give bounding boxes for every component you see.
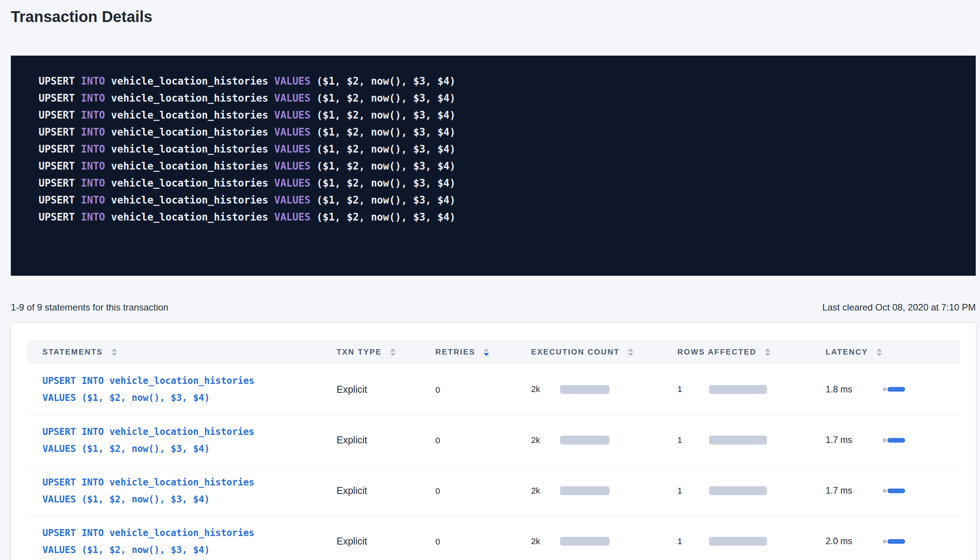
sql-token-plain: vehicle_location_histories <box>105 109 274 121</box>
sql-statement-line: UPSERT INTO vehicle_location_histories V… <box>39 73 957 90</box>
latency-bar <box>883 539 905 544</box>
latency-min-dot <box>883 387 887 391</box>
sql-token-plain: UPSERT <box>39 109 81 121</box>
statement-line-1: UPSERT INTO vehicle_location_histories <box>42 423 321 440</box>
execution-count-bar <box>560 436 609 445</box>
sql-token-plain: ($1, $2, now(), $3, $4) <box>310 109 455 121</box>
sort-icon[interactable] <box>112 348 117 356</box>
sql-token-keyword: VALUES <box>274 160 311 172</box>
rows-affected-bar <box>709 537 767 546</box>
execution-count-bar <box>560 385 609 394</box>
sql-token-plain: vehicle_location_histories <box>105 160 274 172</box>
statement-line-2: VALUES ($1, $2, now(), $3, $4) <box>42 541 321 558</box>
sort-icon-active[interactable] <box>484 348 489 356</box>
column-label-txn-type[interactable]: TXN TYPE <box>337 348 382 356</box>
sql-token-plain: ($1, $2, now(), $3, $4) <box>310 194 455 206</box>
sql-token-keyword: VALUES <box>274 92 311 104</box>
sql-token-plain: vehicle_location_histories <box>105 211 274 223</box>
sql-token-plain: ($1, $2, now(), $3, $4) <box>310 160 455 172</box>
latency-range-bar <box>887 438 905 443</box>
sql-token-keyword: VALUES <box>274 211 311 223</box>
sql-token-keyword: INTO <box>81 75 105 87</box>
sql-token-plain: vehicle_location_histories <box>105 194 274 206</box>
txn-type-value: Explicit <box>337 434 367 445</box>
rows-affected-value: 1 <box>677 536 709 546</box>
sql-token-keyword: INTO <box>81 109 105 121</box>
sql-token-plain: UPSERT <box>39 211 81 223</box>
retries-value: 0 <box>435 385 440 395</box>
latency-range-bar <box>887 489 905 493</box>
statement-link[interactable]: UPSERT INTO vehicle_location_histories V… <box>42 372 321 406</box>
execution-count-value: 2k <box>531 536 560 546</box>
sql-token-plain: ($1, $2, now(), $3, $4) <box>310 75 455 87</box>
latency-min-dot <box>883 438 887 442</box>
last-cleared-label: Last cleared Oct 08, 2020 at 7:10 PM <box>822 302 976 313</box>
statement-row: UPSERT INTO vehicle_location_histories V… <box>27 465 960 516</box>
sort-icon[interactable] <box>390 348 396 356</box>
statement-row: UPSERT INTO vehicle_location_histories V… <box>27 415 960 465</box>
column-header-rows-affected[interactable]: ROWS AFFECTED <box>662 340 810 364</box>
latency-bar <box>883 489 905 493</box>
txn-type-value: Explicit <box>337 536 367 546</box>
sql-token-keyword: VALUES <box>274 177 311 189</box>
sql-token-plain: UPSERT <box>39 177 81 189</box>
column-header-txn-type[interactable]: TXN TYPE <box>321 340 420 364</box>
column-header-statements[interactable]: STATEMENTS <box>27 340 321 364</box>
statement-row: UPSERT INTO vehicle_location_histories V… <box>27 364 960 415</box>
execution-count-value: 2k <box>531 384 560 394</box>
sql-statement-line: UPSERT INTO vehicle_location_histories V… <box>39 175 957 192</box>
execution-count-bar <box>560 537 609 546</box>
sql-statement-line: UPSERT INTO vehicle_location_histories V… <box>39 107 957 124</box>
statement-link[interactable]: UPSERT INTO vehicle_location_histories V… <box>42 524 321 558</box>
rows-affected-bar <box>709 436 767 445</box>
statement-link[interactable]: UPSERT INTO vehicle_location_histories V… <box>42 474 321 508</box>
latency-range-bar <box>887 387 905 392</box>
latency-min-dot <box>883 540 887 543</box>
sql-token-keyword: VALUES <box>274 194 311 206</box>
sort-icon[interactable] <box>765 348 770 356</box>
rows-affected-bar <box>709 385 767 394</box>
execution-count-value: 2k <box>531 486 560 496</box>
sort-icon[interactable] <box>877 348 882 356</box>
txn-type-value: Explicit <box>337 485 367 496</box>
table-caption-row: 1-9 of 9 statements for this transaction… <box>11 302 976 313</box>
column-label-rows-affected[interactable]: ROWS AFFECTED <box>677 348 757 356</box>
sql-token-plain: UPSERT <box>39 75 81 87</box>
statement-line-2: VALUES ($1, $2, now(), $3, $4) <box>42 440 321 457</box>
sort-icon[interactable] <box>628 348 633 356</box>
sql-token-plain: ($1, $2, now(), $3, $4) <box>310 177 455 189</box>
retries-value: 0 <box>435 486 440 496</box>
transaction-details-page: Transaction Details UPSERT INTO vehicle_… <box>0 8 980 560</box>
sql-token-keyword: VALUES <box>274 109 311 121</box>
statements-table-body: UPSERT INTO vehicle_location_histories V… <box>27 364 960 560</box>
column-label-retries[interactable]: RETRIES <box>435 348 475 356</box>
latency-bar <box>883 438 905 443</box>
sql-statement-line: UPSERT INTO vehicle_location_histories V… <box>39 124 957 141</box>
sql-statements-box: UPSERT INTO vehicle_location_histories V… <box>11 56 976 276</box>
sql-token-plain: UPSERT <box>39 143 81 155</box>
sql-token-keyword: VALUES <box>274 143 311 155</box>
column-header-execution-count[interactable]: EXECUTION COUNT <box>515 340 662 364</box>
statement-line-1: UPSERT INTO vehicle_location_histories <box>42 524 321 541</box>
sql-token-keyword: INTO <box>81 160 105 172</box>
sql-statement-line: UPSERT INTO vehicle_location_histories V… <box>39 158 957 175</box>
latency-value: 2.0 ms <box>826 536 883 546</box>
latency-value: 1.8 ms <box>826 384 883 395</box>
rows-affected-value: 1 <box>677 435 709 445</box>
statement-link[interactable]: UPSERT INTO vehicle_location_histories V… <box>42 423 321 457</box>
sql-token-plain: ($1, $2, now(), $3, $4) <box>310 211 455 223</box>
table-header-row: STATEMENTS TXN TYPE RETRIES <box>27 340 960 364</box>
sql-token-keyword: INTO <box>81 92 105 104</box>
retries-value: 0 <box>435 436 440 446</box>
column-header-latency[interactable]: LATENCY <box>810 340 960 364</box>
execution-count-value: 2k <box>531 435 560 445</box>
statement-row: UPSERT INTO vehicle_location_histories V… <box>27 516 960 560</box>
column-label-statements[interactable]: STATEMENTS <box>42 348 103 356</box>
column-label-latency[interactable]: LATENCY <box>826 348 868 356</box>
sql-token-keyword: INTO <box>81 126 105 138</box>
column-header-retries[interactable]: RETRIES <box>420 340 515 364</box>
sql-token-plain: vehicle_location_histories <box>105 143 274 155</box>
sql-token-keyword: VALUES <box>274 75 311 87</box>
statement-line-2: VALUES ($1, $2, now(), $3, $4) <box>42 491 321 508</box>
column-label-execution-count[interactable]: EXECUTION COUNT <box>531 348 619 356</box>
